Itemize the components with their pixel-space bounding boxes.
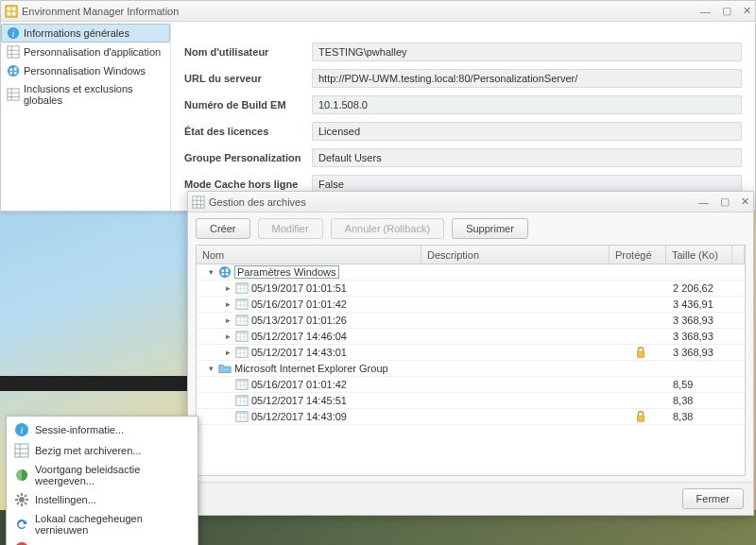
svg-rect-38 bbox=[236, 332, 248, 334]
field-value: 10.1.508.0 bbox=[312, 95, 742, 114]
svg-rect-59 bbox=[236, 412, 248, 415]
svg-rect-12 bbox=[8, 89, 19, 100]
archive-size: 8,38 bbox=[669, 395, 735, 406]
group-label: Microsoft Internet Explorer Group bbox=[234, 363, 388, 374]
nav-item-0[interactable]: iInformations générales bbox=[1, 24, 170, 43]
menu-item-0[interactable]: iSessie-informatie... bbox=[9, 419, 196, 440]
minimize-button[interactable]: — bbox=[698, 196, 709, 208]
nav-label: Personnalisation Windows bbox=[24, 65, 146, 77]
nav-item-2[interactable]: Personnalisation Windows bbox=[1, 61, 170, 80]
env-titlebar[interactable]: Environment Manager Information — ▢ ✕ bbox=[1, 1, 755, 22]
close-button[interactable]: ✕ bbox=[743, 5, 751, 17]
menu-label: Bezig met archiveren... bbox=[35, 445, 142, 456]
expand-icon[interactable]: ▸ bbox=[223, 299, 232, 309]
menu-item-3[interactable]: Instellingen... bbox=[9, 489, 196, 510]
field-value: Licensed bbox=[312, 122, 742, 141]
close-button[interactable]: ✕ bbox=[741, 196, 749, 208]
minimize-button[interactable]: — bbox=[700, 6, 711, 17]
date-icon bbox=[235, 346, 249, 359]
grid-icon bbox=[14, 443, 29, 458]
desktop-strip bbox=[0, 376, 208, 391]
grid-header: Nom Description Protégé Taille (Ko) bbox=[197, 246, 745, 264]
expand-icon[interactable]: ▸ bbox=[223, 348, 232, 357]
svg-rect-4 bbox=[12, 11, 16, 15]
nav-label: Inclusions et exclusions globales bbox=[24, 83, 164, 106]
svg-rect-47 bbox=[638, 351, 644, 357]
archive-grid: Nom Description Protégé Taille (Ko) ▾Par… bbox=[196, 245, 746, 476]
archive-row[interactable]: 05/16/2017 01:01:428,59 bbox=[197, 377, 745, 393]
svg-line-78 bbox=[17, 502, 19, 504]
tray-menu: iSessie-informatie...Bezig met archivere… bbox=[6, 416, 198, 545]
maximize-button[interactable]: ▢ bbox=[722, 5, 731, 17]
lock-icon bbox=[634, 346, 647, 359]
expand-icon[interactable]: ▸ bbox=[223, 332, 232, 341]
archive-titlebar[interactable]: Gestion des archives — ▢ ✕ bbox=[188, 192, 753, 213]
close-dialog-button[interactable]: Fermer bbox=[682, 488, 744, 509]
menu-item-1[interactable]: Bezig met archiveren... bbox=[9, 440, 196, 461]
field-label: Mode Cache hors ligne bbox=[184, 179, 312, 190]
delete-button[interactable]: Supprimer bbox=[452, 218, 528, 239]
svg-rect-28 bbox=[236, 299, 248, 302]
svg-rect-33 bbox=[236, 315, 248, 318]
gear-icon bbox=[14, 492, 29, 507]
nav-item-3[interactable]: Inclusions et exclusions globales bbox=[1, 80, 170, 109]
expand-icon[interactable]: ▸ bbox=[223, 283, 232, 293]
menu-item-5[interactable]: Afsluiten bbox=[9, 538, 196, 545]
nav-item-1[interactable]: Personnalisation d'application bbox=[1, 43, 170, 61]
create-button[interactable]: Créer bbox=[196, 218, 250, 239]
field-row-4: Groupe PersonalizationDefault Users bbox=[184, 148, 742, 167]
svg-rect-43 bbox=[236, 348, 248, 350]
grid-body[interactable]: ▾Paramètres Windows▸05/19/2017 01:01:512… bbox=[197, 264, 745, 475]
grid-icon bbox=[7, 45, 20, 59]
svg-text:i: i bbox=[12, 28, 15, 39]
col-desc[interactable]: Description bbox=[421, 246, 610, 264]
field-row-1: URL du serveurhttp://PDW-UWM.testing.loc… bbox=[184, 69, 742, 88]
windows-icon bbox=[218, 265, 232, 279]
archive-name: 05/19/2017 01:01:51 bbox=[251, 282, 347, 294]
menu-item-4[interactable]: Lokaal cachegeheugen vernieuwen bbox=[9, 510, 196, 538]
refresh-icon bbox=[14, 517, 29, 532]
collapse-icon[interactable]: ▾ bbox=[206, 364, 215, 373]
menu-item-2[interactable]: Voortgang beleidsactie weergeven... bbox=[9, 461, 196, 489]
date-icon bbox=[235, 281, 249, 295]
env-title: Environment Manager Information bbox=[22, 6, 700, 17]
menu-label: Voortgang beleidsactie weergeven... bbox=[35, 464, 190, 486]
svg-rect-66 bbox=[15, 444, 28, 457]
field-value: http://PDW-UWM.testing.local:80/Personal… bbox=[312, 69, 742, 88]
col-size[interactable]: Taille (Ko) bbox=[666, 246, 732, 264]
svg-rect-23 bbox=[236, 283, 248, 286]
archive-row[interactable]: 05/12/2017 14:45:518,38 bbox=[197, 393, 745, 409]
lock-icon bbox=[634, 410, 647, 423]
archive-row[interactable]: ▸05/12/2017 14:43:013 368,93 bbox=[197, 345, 745, 361]
col-name[interactable]: Nom bbox=[197, 246, 421, 264]
collapse-icon[interactable]: ▾ bbox=[206, 267, 215, 277]
nav-label: Informations générales bbox=[24, 27, 129, 39]
archive-toolbar: Créer Modifier Annuler (Rollback) Suppri… bbox=[188, 213, 753, 245]
archive-row[interactable]: 05/12/2017 14:43:098,38 bbox=[197, 409, 745, 425]
archive-size: 8,38 bbox=[669, 411, 735, 422]
field-label: Groupe Personalization bbox=[184, 152, 312, 163]
archive-name: 05/13/2017 01:01:26 bbox=[251, 315, 347, 326]
date-icon bbox=[235, 330, 249, 343]
group-row[interactable]: ▾Paramètres Windows bbox=[197, 264, 745, 281]
archive-row[interactable]: ▸05/13/2017 01:01:263 368,93 bbox=[197, 313, 745, 329]
svg-rect-2 bbox=[12, 7, 16, 10]
field-row-0: Nom d'utilisateurTESTING\pwhalley bbox=[184, 43, 742, 61]
archive-title: Gestion des archives bbox=[209, 196, 698, 208]
date-icon bbox=[235, 314, 249, 327]
archive-size: 3 368,93 bbox=[669, 347, 735, 358]
maximize-button[interactable]: ▢ bbox=[720, 196, 730, 208]
app-icon bbox=[5, 5, 18, 18]
archive-size: 8,59 bbox=[669, 379, 735, 390]
field-value: Default Users bbox=[312, 148, 742, 167]
folder-icon bbox=[218, 362, 232, 375]
archive-row[interactable]: ▸05/19/2017 01:01:512 206,62 bbox=[197, 281, 745, 297]
date-icon bbox=[235, 298, 249, 311]
group-row[interactable]: ▾Microsoft Internet Explorer Group bbox=[197, 361, 745, 377]
col-protected[interactable]: Protégé bbox=[610, 246, 666, 264]
field-label: Nom d'utilisateur bbox=[184, 46, 312, 58]
expand-icon[interactable]: ▸ bbox=[223, 315, 232, 325]
archive-row[interactable]: ▸05/12/2017 14:46:043 368,93 bbox=[197, 329, 745, 345]
archive-row[interactable]: ▸05/16/2017 01:01:423 436,91 bbox=[197, 297, 745, 313]
archive-window: Gestion des archives — ▢ ✕ Créer Modifie… bbox=[187, 191, 754, 516]
